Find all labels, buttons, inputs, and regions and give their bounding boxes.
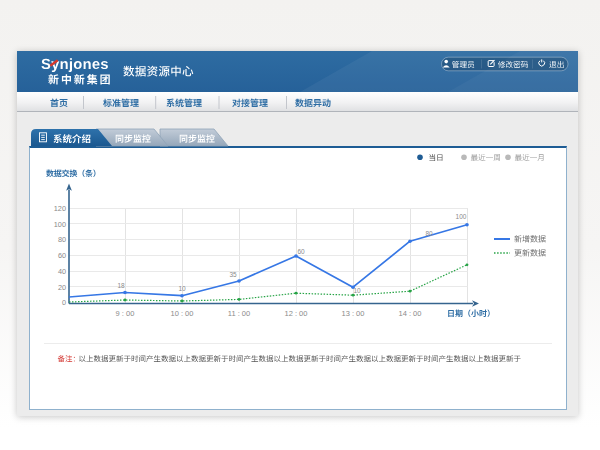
svg-text:18: 18 — [117, 282, 125, 289]
svg-text:10: 10 — [178, 285, 186, 292]
svg-text:35: 35 — [229, 271, 237, 278]
svg-text:40: 40 — [58, 267, 66, 276]
svg-text:100: 100 — [456, 213, 467, 220]
svg-text:20: 20 — [58, 283, 66, 292]
svg-text:14 : 00: 14 : 00 — [399, 309, 422, 318]
svg-text:9 : 00: 9 : 00 — [116, 309, 135, 318]
svg-text:60: 60 — [297, 248, 305, 255]
svg-text:10 : 00: 10 : 00 — [171, 309, 194, 318]
svg-text:80: 80 — [58, 235, 66, 244]
svg-text:0: 0 — [62, 298, 66, 307]
svg-text:11 : 00: 11 : 00 — [228, 309, 250, 318]
svg-text:100: 100 — [54, 220, 66, 229]
svg-text:13 : 00: 13 : 00 — [342, 309, 365, 318]
svg-text:10: 10 — [353, 287, 361, 294]
svg-text:80: 80 — [425, 230, 433, 237]
svg-text:60: 60 — [58, 251, 66, 260]
svg-text:120: 120 — [54, 204, 66, 213]
svg-text:12 : 00: 12 : 00 — [285, 309, 308, 318]
